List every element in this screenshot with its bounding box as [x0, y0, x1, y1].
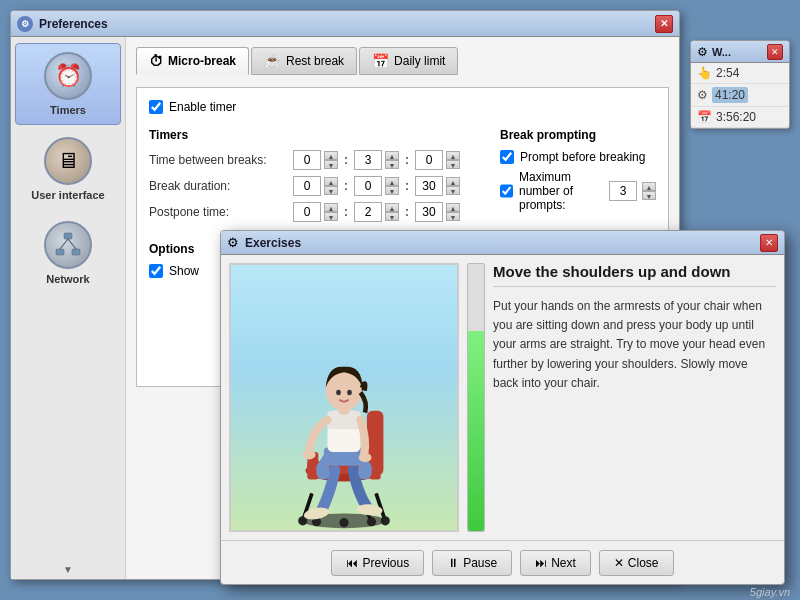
- tbr-seconds-up[interactable]: ▲: [446, 151, 460, 160]
- bd-minutes-down[interactable]: ▼: [385, 186, 399, 195]
- timer-widget-title: W...: [712, 46, 767, 58]
- svg-point-29: [336, 390, 341, 396]
- tbr-hours-input[interactable]: [293, 150, 321, 170]
- tab-rest-break[interactable]: ☕ Rest break: [251, 47, 357, 75]
- tbr-hours-down[interactable]: ▼: [324, 160, 338, 169]
- timer-row-1: ⚙ 41:20: [691, 84, 789, 107]
- svg-rect-0: [64, 233, 72, 239]
- exercises-body: Move the shoulders up and down Put your …: [221, 255, 784, 540]
- bd-seconds-up[interactable]: ▲: [446, 177, 460, 186]
- max-prompts-label: Maximum number of prompts:: [519, 170, 603, 212]
- pt-seconds-spinner[interactable]: ▲ ▼: [446, 203, 460, 221]
- enable-timer-row: Enable timer: [149, 100, 656, 114]
- previous-button[interactable]: ⏮ Previous: [331, 550, 424, 576]
- bd-hours-up[interactable]: ▲: [324, 177, 338, 186]
- max-prompts-input[interactable]: [609, 181, 637, 201]
- preferences-title-text: Preferences: [39, 17, 655, 31]
- tbr-seconds-input[interactable]: [415, 150, 443, 170]
- pt-minutes-spinner[interactable]: ▲ ▼: [385, 203, 399, 221]
- bd-minutes-up[interactable]: ▲: [385, 177, 399, 186]
- pt-hours-spinner[interactable]: ▲ ▼: [324, 203, 338, 221]
- svg-point-11: [381, 516, 390, 525]
- bd-seconds-down[interactable]: ▼: [446, 186, 460, 195]
- preferences-sidebar: ⏰ Timers 🖥 User interface Network: [11, 37, 126, 579]
- bd-minutes-spinner[interactable]: ▲ ▼: [385, 177, 399, 195]
- tbr-minutes-input[interactable]: [354, 150, 382, 170]
- tab-daily-limit[interactable]: 📅 Daily limit: [359, 47, 458, 75]
- svg-point-25: [303, 450, 316, 459]
- tbr-seconds-spinner[interactable]: ▲ ▼: [446, 151, 460, 169]
- svg-point-26: [359, 453, 372, 462]
- timer-widget-titlebar: ⚙ W... ✕: [691, 41, 789, 63]
- postpone-time-label: Postpone time:: [149, 205, 289, 219]
- break-prompting-section: Break prompting Prompt before breaking M…: [500, 128, 656, 228]
- preferences-close-button[interactable]: ✕: [655, 15, 673, 33]
- bd-seconds-input[interactable]: [415, 176, 443, 196]
- tbr-hours-spinner[interactable]: ▲ ▼: [324, 151, 338, 169]
- exercises-close-button[interactable]: ✕: [760, 234, 778, 252]
- tbr-seconds-down[interactable]: ▼: [446, 160, 460, 169]
- sidebar-item-timers[interactable]: ⏰ Timers: [15, 43, 121, 125]
- sidebar-item-network[interactable]: Network: [15, 213, 121, 293]
- exercises-title-icon: ⚙: [227, 235, 239, 250]
- sidebar-network-label: Network: [46, 273, 89, 285]
- sidebar-timers-label: Timers: [50, 104, 86, 116]
- pause-button[interactable]: ⏸ Pause: [432, 550, 512, 576]
- daily-limit-icon: 📅: [372, 53, 389, 69]
- break-duration-label: Break duration:: [149, 179, 289, 193]
- tbr-hours-up[interactable]: ▲: [324, 151, 338, 160]
- max-prompts-spinner[interactable]: ▲ ▼: [642, 182, 656, 200]
- pt-hours-down[interactable]: ▼: [324, 212, 338, 221]
- pt-hours-input[interactable]: [293, 202, 321, 222]
- bd-minutes-input[interactable]: [354, 176, 382, 196]
- timer-widget-close-button[interactable]: ✕: [767, 44, 783, 60]
- max-prompts-checkbox[interactable]: [500, 184, 513, 198]
- sidebar-scroll-indicator: ▼: [63, 564, 73, 575]
- tab-bar: ⏱ Micro-break ☕ Rest break 📅 Daily limit: [136, 47, 669, 75]
- exercises-footer: ⏮ Previous ⏸ Pause ⏭ Next ✕ Close: [221, 540, 784, 584]
- timer-gear-icon: ⚙: [697, 88, 708, 102]
- bd-hours-down[interactable]: ▼: [324, 186, 338, 195]
- exercise-progress-bar: [467, 263, 485, 532]
- pt-seconds-input[interactable]: [415, 202, 443, 222]
- max-prompts-down[interactable]: ▼: [642, 191, 656, 200]
- sidebar-item-user-interface[interactable]: 🖥 User interface: [15, 129, 121, 209]
- pt-hours-up[interactable]: ▲: [324, 203, 338, 212]
- svg-rect-2: [72, 249, 80, 255]
- show-checkbox[interactable]: [149, 264, 163, 278]
- pt-minutes-input[interactable]: [354, 202, 382, 222]
- max-prompts-up[interactable]: ▲: [642, 182, 656, 191]
- pt-seconds-down[interactable]: ▼: [446, 212, 460, 221]
- time-between-breaks-label: Time between breaks:: [149, 153, 289, 167]
- preferences-titlebar: ⚙ Preferences ✕: [11, 11, 679, 37]
- break-prompting-title: Break prompting: [500, 128, 656, 142]
- exercise-progress-fill: [468, 331, 484, 531]
- tbr-minutes-down[interactable]: ▼: [385, 160, 399, 169]
- timer-row-2: 📅 3:56:20: [691, 107, 789, 128]
- tbr-minutes-spinner[interactable]: ▲ ▼: [385, 151, 399, 169]
- pt-minutes-down[interactable]: ▼: [385, 212, 399, 221]
- exercise-title-heading: Move the shoulders up and down: [493, 263, 776, 287]
- prompt-before-breaking-checkbox[interactable]: [500, 150, 514, 164]
- bd-hours-spinner[interactable]: ▲ ▼: [324, 177, 338, 195]
- enable-timer-checkbox[interactable]: [149, 100, 163, 114]
- tab-micro-break[interactable]: ⏱ Micro-break: [136, 47, 249, 75]
- next-button[interactable]: ⏭ Next: [520, 550, 591, 576]
- tbr-minutes-up[interactable]: ▲: [385, 151, 399, 160]
- close-exercises-button[interactable]: ✕ Close: [599, 550, 674, 576]
- svg-point-14: [339, 518, 348, 527]
- next-icon: ⏭: [535, 556, 547, 570]
- timers-left-section: Timers Time between breaks: ▲ ▼ : ▲: [149, 128, 460, 228]
- svg-point-13: [367, 517, 376, 526]
- pt-seconds-up[interactable]: ▲: [446, 203, 460, 212]
- enable-timer-label: Enable timer: [169, 100, 236, 114]
- timer-value-2: 3:56:20: [716, 110, 756, 124]
- timer-daily-icon: 📅: [697, 110, 712, 124]
- bd-hours-input[interactable]: [293, 176, 321, 196]
- svg-line-4: [68, 239, 76, 249]
- break-duration-row: Break duration: ▲ ▼ : ▲ ▼: [149, 176, 460, 196]
- pt-minutes-up[interactable]: ▲: [385, 203, 399, 212]
- timers-icon: ⏰: [44, 52, 92, 100]
- bd-seconds-spinner[interactable]: ▲ ▼: [446, 177, 460, 195]
- timers-section-title: Timers: [149, 128, 460, 142]
